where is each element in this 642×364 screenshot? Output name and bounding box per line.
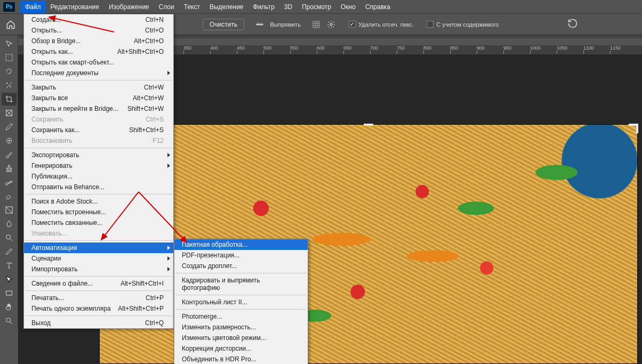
tool-move[interactable] xyxy=(2,37,17,50)
tool-brush[interactable] xyxy=(2,148,17,161)
tool-eyedrop[interactable] xyxy=(2,120,17,133)
menu-фильтр[interactable]: Фильтр xyxy=(248,1,279,13)
reset-icon[interactable] xyxy=(567,18,578,30)
file-menu-item[interactable]: Поместить связанные... xyxy=(24,217,173,228)
automate-submenu: Пакетная обработка...PDF-презентация...С… xyxy=(174,239,308,364)
file-menu-item[interactable]: Автоматизация xyxy=(24,242,173,253)
file-menu-item[interactable]: Поиск в Adobe Stock... xyxy=(24,196,173,207)
tool-rect[interactable] xyxy=(2,287,17,300)
menu-редактирование[interactable]: Редактирование xyxy=(46,1,104,13)
automate-menu-item[interactable]: Photomerge... xyxy=(174,311,308,322)
menu-item-label: Открыть... xyxy=(31,27,62,34)
automate-menu-item[interactable]: Изменить цветовой режим... xyxy=(174,333,308,343)
menu-item-label: Открыть как смарт-объект... xyxy=(31,59,114,66)
tool-gradient[interactable] xyxy=(2,204,17,216)
menu-слои[interactable]: Слои xyxy=(154,1,179,13)
automate-menu-item[interactable]: PDF-презентация... xyxy=(174,250,308,261)
menu-item-label: Публикация... xyxy=(31,173,73,180)
menu-item-label: Изменить цветовой режим... xyxy=(182,334,266,342)
menu-справка[interactable]: Справка xyxy=(360,1,395,13)
file-menu-item[interactable]: Открыть...Ctrl+O xyxy=(24,25,173,36)
file-menu-item[interactable]: Публикация... xyxy=(24,171,173,182)
automate-menu-item[interactable]: Кадрировать и выпрямить фотографию xyxy=(174,275,308,293)
file-menu-item[interactable]: Генерировать xyxy=(24,160,173,171)
file-menu-item[interactable]: Экспортировать xyxy=(24,150,173,160)
menu-item-shortcut: Shift+Ctrl+W xyxy=(127,105,164,112)
automate-menu-item[interactable]: Контрольный лист II... xyxy=(174,297,308,308)
menu-файл[interactable]: Файл xyxy=(20,1,46,13)
automate-menu-item[interactable]: Создать дроплет... xyxy=(174,261,308,271)
menu-item-label: Упаковать... xyxy=(31,230,67,237)
automate-menu-item[interactable]: Объединить в HDR Pro... xyxy=(174,354,308,364)
tool-hand[interactable] xyxy=(2,301,17,313)
menu-item-label: Пакетная обработка... xyxy=(182,241,247,248)
file-menu-item[interactable]: Сценарии xyxy=(24,253,173,264)
menu-item-label: Обзор в Bridge... xyxy=(31,37,81,45)
tool-patch[interactable] xyxy=(2,134,17,147)
tool-history[interactable] xyxy=(2,176,17,189)
tool-type[interactable] xyxy=(2,259,17,272)
automate-menu-item[interactable]: Коррекция дисторсии... xyxy=(174,343,308,354)
tool-stamp[interactable] xyxy=(2,162,17,175)
menu-item-shortcut: Ctrl+N xyxy=(146,16,164,23)
crop-handle-tr-v[interactable] xyxy=(636,124,638,133)
tool-path[interactable] xyxy=(2,273,17,286)
file-menu-item[interactable]: ЗакрытьCtrl+W xyxy=(24,82,173,93)
svg-rect-1 xyxy=(258,22,258,23)
menu-separator xyxy=(25,290,172,291)
file-menu-item[interactable]: Сведения о файле...Alt+Shift+Ctrl+I xyxy=(24,278,173,289)
automate-menu-item[interactable]: Изменить размерность... xyxy=(174,322,308,333)
menu-просмотр[interactable]: Просмотр xyxy=(297,1,336,13)
file-menu-item[interactable]: Создать...Ctrl+N xyxy=(24,14,173,25)
menu-окно[interactable]: Окно xyxy=(336,1,360,13)
file-menu-item: Упаковать... xyxy=(24,228,173,239)
menu-item-shortcut: Ctrl+S xyxy=(146,116,164,123)
crop-handle-top[interactable] xyxy=(364,124,373,126)
tool-frame[interactable] xyxy=(2,107,17,119)
tool-marquee[interactable] xyxy=(2,51,17,64)
tool-blur[interactable] xyxy=(2,217,17,230)
ruler-tick: 850 xyxy=(450,45,458,51)
submenu-arrow-icon xyxy=(167,256,170,261)
tool-lasso[interactable] xyxy=(2,65,17,78)
file-menu-item[interactable]: Закрыть всеAlt+Ctrl+W xyxy=(24,93,173,103)
menu-текст[interactable]: Текст xyxy=(179,1,205,13)
menu-выделение[interactable]: Выделение xyxy=(205,1,248,13)
file-menu-item[interactable]: Сохранить как...Shift+Ctrl+S xyxy=(24,125,173,135)
menu-separator xyxy=(25,316,172,316)
svg-rect-3 xyxy=(262,22,262,23)
file-menu-item[interactable]: Закрыть и перейти в Bridge...Shift+Ctrl+… xyxy=(24,103,173,114)
straighten-icon[interactable] xyxy=(255,20,264,29)
menu-3d[interactable]: 3D xyxy=(279,1,297,13)
menu-изображение[interactable]: Изображение xyxy=(104,1,154,13)
file-menu-item[interactable]: Последние документы xyxy=(24,68,173,78)
tool-eraser[interactable] xyxy=(2,190,17,203)
grid-icon[interactable] xyxy=(311,20,321,29)
content-aware-checkbox[interactable]: С учетом содержимого xyxy=(427,21,499,28)
file-menu-item[interactable]: Печатать...Ctrl+P xyxy=(24,293,173,303)
delete-cropped-checkbox[interactable]: ✓ Удалить отсеч. пикс. xyxy=(349,21,414,28)
home-button[interactable] xyxy=(3,17,18,32)
automate-menu-item[interactable]: Пакетная обработка... xyxy=(174,239,308,250)
gear-icon[interactable] xyxy=(326,20,336,29)
file-menu-item[interactable]: Поместить встроенные... xyxy=(24,207,173,217)
tool-crop[interactable] xyxy=(2,93,17,106)
file-menu-item[interactable]: ВыходCtrl+Q xyxy=(24,318,173,328)
file-menu-item[interactable]: Печать одного экземпляраAlt+Shift+Ctrl+P xyxy=(24,303,173,314)
tool-dodge[interactable] xyxy=(2,231,17,244)
checkbox-unchecked-icon xyxy=(427,21,434,28)
file-menu-item[interactable]: Открыть как смарт-объект... xyxy=(24,57,173,68)
file-menu-item[interactable]: Обзор в Bridge...Alt+Ctrl+O xyxy=(24,36,173,46)
menu-item-label: Генерировать xyxy=(31,162,73,169)
menu-item-shortcut: Shift+Ctrl+S xyxy=(129,126,164,134)
tool-zoom[interactable] xyxy=(2,314,17,327)
svg-point-12 xyxy=(6,318,10,322)
file-menu-item[interactable]: Отправить на Behance... xyxy=(24,182,173,192)
file-menu-item[interactable]: Открыть как...Alt+Shift+Ctrl+O xyxy=(24,46,173,57)
clear-button[interactable]: Очистить xyxy=(203,19,244,30)
menu-separator xyxy=(175,309,307,310)
tool-wand[interactable] xyxy=(2,79,17,92)
file-menu-item[interactable]: Импортировать xyxy=(24,264,173,274)
menu-item-label: PDF-презентация... xyxy=(182,252,239,259)
tool-pen[interactable] xyxy=(2,245,17,258)
